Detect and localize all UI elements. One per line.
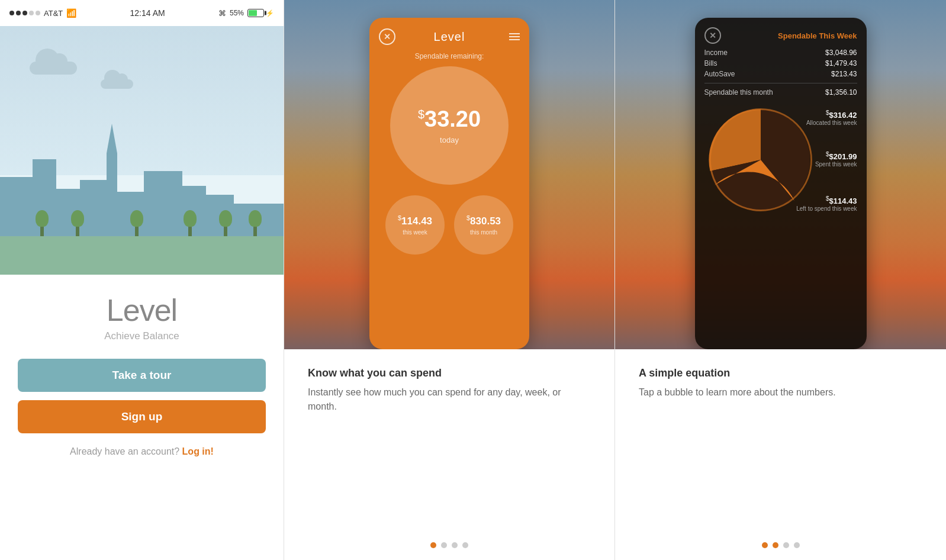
tree-2	[71, 210, 84, 236]
info-card: ✕ Spendable This Week Income $3,048.96 B…	[695, 18, 867, 349]
p3-dot-4[interactable]	[794, 542, 800, 548]
status-left: AT&T 📶	[9, 8, 76, 18]
panel3-desc-text: Tap a bubble to learn more about the num…	[639, 385, 922, 400]
info-close-button[interactable]: ✕	[704, 27, 721, 44]
level-phone-card: ✕ Level Spendable remaining: $33.20 toda…	[369, 18, 529, 349]
tree-5	[219, 210, 232, 236]
tree-trunk-2	[76, 227, 79, 236]
tree-top-5	[219, 210, 232, 227]
bills-label: Bills	[704, 59, 717, 67]
account-text: Already have an account?	[70, 446, 179, 456]
dots-indicator	[430, 542, 468, 560]
tree-trunk-3	[135, 227, 139, 236]
income-value: $3,048.96	[825, 49, 857, 57]
building-1	[0, 177, 36, 236]
tower-spire	[107, 124, 117, 153]
tree-trunk-1	[40, 227, 44, 236]
signal-dot-2	[16, 11, 21, 15]
autosave-value: $213.43	[831, 70, 857, 78]
dot-2[interactable]	[441, 542, 447, 548]
close-button[interactable]: ✕	[379, 28, 395, 45]
dot-4[interactable]	[462, 542, 468, 548]
week-bubble[interactable]: $114.43 this week	[385, 195, 445, 255]
week-cents: .43	[418, 215, 432, 226]
city-illustration	[0, 26, 284, 275]
info-divider	[704, 83, 857, 83]
p3-dot-3[interactable]	[783, 542, 789, 548]
login-link-text[interactable]: Log in!	[182, 446, 214, 456]
time-display: 12:14 AM	[130, 8, 165, 18]
panel-breakdown: ✕ Spendable This Week Income $3,048.96 B…	[615, 0, 946, 560]
p3-dot-2[interactable]	[773, 542, 778, 548]
app-content: Level Achieve Balance Take a tour Sign u…	[0, 275, 284, 560]
week-label: this week	[403, 229, 427, 236]
spent-label: Spent this week	[815, 161, 857, 168]
tree-trunk-5	[224, 227, 227, 236]
allocated-label: Allocated this week	[806, 120, 857, 126]
autosave-row: AutoSave $213.43	[704, 70, 857, 78]
card-title: Level	[434, 30, 465, 44]
ground	[0, 233, 284, 275]
tree-top-6	[249, 210, 262, 227]
week-dollars: 114	[401, 215, 418, 226]
signal-dot-4	[29, 11, 34, 15]
panel2-desc-title: Know what you can spend	[308, 367, 442, 379]
tree-4	[184, 210, 197, 236]
menu-line-1	[509, 33, 520, 34]
panel2-desc-text: Instantly see how much you can spend for…	[308, 385, 591, 414]
tree-trunk-4	[188, 227, 192, 236]
building-6	[144, 171, 182, 236]
tree-top-3	[130, 210, 143, 227]
info-card-header: ✕ Spendable This Week	[704, 27, 857, 44]
spent-annotation: $$201.99 Spent this week	[815, 151, 857, 168]
p3-dot-1[interactable]	[762, 542, 768, 548]
left-label: Left to spend this week	[796, 205, 857, 212]
bills-value: $1,479.43	[825, 59, 857, 67]
panel-level-main: ✕ Level Spendable remaining: $33.20 toda…	[284, 0, 615, 560]
tree-top-2	[71, 210, 84, 227]
wifi-icon: 📶	[66, 8, 76, 18]
amount-dollars: 33	[424, 107, 449, 131]
today-label: today	[440, 136, 459, 144]
panel3-desc-title: A simple equation	[639, 367, 922, 379]
signal-dot-5	[36, 11, 40, 15]
dot-1[interactable]	[430, 542, 436, 548]
spendable-month-value: $1,356.10	[825, 88, 857, 96]
main-bubble[interactable]: $33.20 today	[390, 66, 509, 185]
status-right: ⌘ 55% ⚡	[218, 9, 274, 18]
app-subtitle: Achieve Balance	[104, 330, 179, 342]
info-table: Income $3,048.96 Bills $1,479.43 AutoSav…	[704, 49, 857, 78]
month-bubble[interactable]: $830.53 this month	[454, 195, 513, 255]
app-title: Level	[107, 292, 177, 328]
bills-row: Bills $1,479.43	[704, 59, 857, 67]
month-cents: .53	[487, 215, 501, 226]
allocated-amount: $$316.42	[806, 110, 857, 120]
income-row: Income $3,048.96	[704, 49, 857, 57]
autosave-label: AutoSave	[704, 70, 735, 78]
menu-line-3	[509, 39, 520, 40]
dot-3[interactable]	[452, 542, 458, 548]
allocated-annotation: $$316.42 Allocated this week	[806, 110, 857, 126]
signup-button[interactable]: Sign up	[18, 400, 266, 433]
spent-amount: $$201.99	[815, 151, 857, 161]
tour-button[interactable]: Take a tour	[18, 359, 266, 392]
dollar-sign: $	[418, 108, 424, 121]
panel3-description: A simple equation Tap a bubble to learn …	[615, 349, 946, 560]
menu-icon[interactable]	[509, 33, 520, 40]
pie-chart-area: $$316.42 Allocated this week $$201.99 Sp…	[704, 104, 857, 234]
cloud-2	[101, 79, 133, 89]
tree-6	[249, 210, 262, 236]
panel3-dots	[762, 542, 800, 560]
signal-dot-1	[9, 11, 14, 15]
tree-top-1	[36, 210, 49, 227]
tower	[107, 153, 117, 236]
battery-pct-label: 55%	[230, 9, 244, 17]
signal-dot-3	[22, 11, 27, 15]
small-bubbles-container: $114.43 this week $830.53 this month	[385, 195, 513, 255]
income-label: Income	[704, 49, 728, 57]
spendable-label: Spendable remaining:	[415, 52, 484, 60]
panel2-description: Know what you can spend Instantly see ho…	[284, 349, 614, 560]
card-header: ✕ Level	[369, 18, 529, 50]
left-amount: $$114.43	[796, 195, 857, 205]
month-dollars: 830	[470, 215, 487, 226]
